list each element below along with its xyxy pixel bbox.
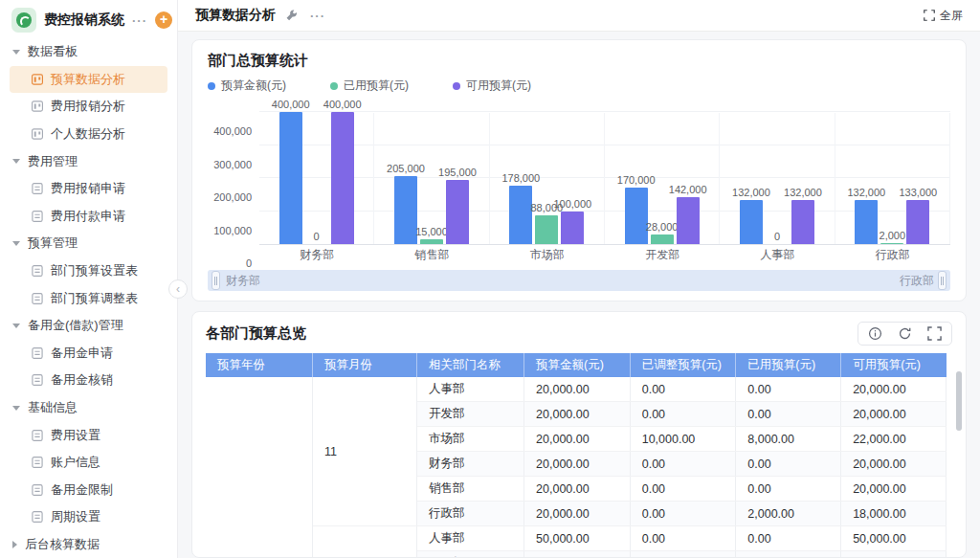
bar-可用预算(元)-销售部[interactable]: 195,000 (446, 180, 469, 244)
sidebar-item-6[interactable]: 费用付款申请 (10, 203, 167, 231)
bar-group-人事部: 132,0000132,000 (720, 113, 835, 244)
sidebar-section-0[interactable]: 数据看板 (0, 38, 177, 66)
bar-预算金额(元)-人事部[interactable]: 132,000 (740, 200, 763, 244)
sidebar-item-14[interactable]: 费用设置 (10, 421, 167, 449)
content: 部门总预算统计 预算金额(元)已用预算(元)可用预算(元) 0100,00020… (178, 32, 980, 558)
chevron-down-icon (12, 324, 20, 328)
year-cell: 2023 (206, 377, 312, 558)
fullscreen-button[interactable]: 全屏 (924, 8, 963, 24)
sidebar-item-17[interactable]: 周期设置 (10, 503, 167, 531)
bar-可用预算(元)-财务部[interactable]: 400,000 (331, 112, 354, 244)
page-title: 预算数据分析 (195, 7, 276, 24)
table-vertical-scrollbar[interactable] (956, 371, 962, 431)
x-axis-tick-label: 人事部 (720, 247, 835, 263)
bar-value-label: 132,000 (732, 187, 770, 198)
section-label: 预算管理 (28, 234, 78, 252)
sidebar-item-label: 费用报销申请 (51, 180, 125, 197)
sidebar-item-11[interactable]: 备用金申请 (10, 340, 167, 368)
bar-value-label: 0 (774, 231, 780, 242)
bar-可用预算(元)-市场部[interactable]: 100,000 (561, 212, 584, 245)
table-panel-header: 各部门预算总览 (206, 322, 952, 346)
department-cell: 财务部 (416, 452, 523, 477)
bar-value-label: 132,000 (784, 187, 822, 198)
value-cell: 10,000.00 (630, 427, 736, 452)
sidebar-item-1[interactable]: 预算数据分析 (10, 66, 167, 94)
sidebar-section-10[interactable]: 备用金(借款)管理 (0, 312, 177, 340)
value-cell: 0.00 (630, 452, 736, 477)
slider-right-handle[interactable] (938, 271, 947, 290)
bar-已用预算(元)-行政部[interactable]: 2,000 (880, 243, 903, 244)
bar-预算金额(元)-财务部[interactable]: 400,000 (279, 112, 302, 244)
table-title: 各部门预算总览 (206, 324, 306, 343)
value-cell: 20,000.00 (524, 477, 631, 502)
refresh-icon[interactable] (898, 326, 912, 341)
bar-预算金额(元)-销售部[interactable]: 205,000 (394, 176, 417, 244)
sidebar-item-5[interactable]: 费用报销申请 (10, 175, 167, 203)
department-cell: 人事部 (416, 526, 523, 551)
bar-value-label: 2,000 (880, 230, 906, 241)
bar-预算金额(元)-行政部[interactable]: 132,000 (855, 200, 878, 244)
bar-可用预算(元)-行政部[interactable]: 133,000 (906, 200, 929, 244)
sidebar-more-icon[interactable]: ··· (132, 13, 147, 28)
column-header-4: 已调整预算(元) (630, 353, 736, 377)
form-icon (31, 210, 44, 223)
chart-datazoom-slider[interactable]: 财务部 行政部 (208, 270, 950, 291)
sidebar-item-16[interactable]: 备用金限制 (10, 477, 167, 504)
legend-item-0[interactable]: 预算金额(元) (208, 78, 286, 94)
sidebar-collapse-button[interactable]: ‹ (168, 279, 188, 299)
form-icon (31, 264, 44, 278)
column-header-6: 可用预算(元) (841, 353, 947, 377)
sidebar-item-label: 费用设置 (51, 427, 100, 444)
info-icon[interactable] (868, 326, 882, 341)
legend-label: 已用预算(元) (344, 78, 409, 94)
kanban-icon (31, 127, 44, 141)
value-cell: 0.00 (736, 377, 841, 402)
sidebar-section-18[interactable]: 后台核算数据 (0, 531, 177, 558)
sidebar-section-4[interactable]: 费用管理 (0, 147, 177, 175)
x-axis-tick-label: 财务部 (259, 247, 374, 263)
bar-value-label: 133,000 (899, 187, 937, 198)
legend-label: 预算金额(元) (221, 78, 286, 94)
chevron-down-icon (12, 50, 20, 55)
legend-dot-icon (453, 82, 460, 90)
chart-panel: 部门总预算统计 预算金额(元)已用预算(元)可用预算(元) 0100,00020… (191, 39, 967, 301)
department-cell: 市场部 (416, 427, 523, 452)
sidebar-item-label: 备用金核销 (51, 371, 113, 389)
wrench-icon[interactable] (285, 9, 299, 22)
sidebar-section-13[interactable]: 基础信息 (0, 394, 177, 422)
bar-value-label: 205,000 (387, 163, 425, 174)
bar-已用预算(元)-开发部[interactable]: 28,000 (651, 234, 674, 244)
table-fullscreen-icon[interactable] (927, 326, 942, 341)
sidebar-item-3[interactable]: 个人数据分析 (10, 121, 167, 148)
sidebar-item-9[interactable]: 部门预算调整表 (10, 284, 167, 312)
bar-group-行政部: 132,0002,000133,000 (835, 113, 950, 244)
add-button[interactable]: + (155, 11, 172, 29)
legend-label: 可用预算(元) (466, 78, 531, 94)
bar-可用预算(元)-人事部[interactable]: 132,000 (791, 200, 814, 244)
slider-left-handle[interactable] (212, 271, 220, 290)
bar-已用预算(元)-市场部[interactable]: 88,000 (535, 215, 558, 244)
sidebar-item-15[interactable]: 账户信息 (10, 449, 167, 477)
bar-可用预算(元)-开发部[interactable]: 142,000 (677, 197, 700, 244)
topbar: 预算数据分析 ··· 全屏 (178, 0, 980, 32)
bar-预算金额(元)-开发部[interactable]: 170,000 (625, 188, 648, 244)
bar-value-label: 400,000 (272, 99, 310, 110)
page-more-icon[interactable]: ··· (310, 9, 325, 23)
legend-item-2[interactable]: 可用预算(元) (453, 78, 531, 94)
bar-预算金额(元)-市场部[interactable]: 178,000 (509, 186, 532, 244)
chart-plot-column: 400,0000400,000205,00015,000195,000178,0… (259, 113, 950, 264)
bar-group-开发部: 170,00028,000142,000 (605, 113, 720, 244)
bar-已用预算(元)-销售部[interactable]: 15,000 (420, 239, 443, 244)
value-cell: 20,000.00 (524, 502, 631, 526)
section-label: 基础信息 (28, 399, 78, 416)
sidebar-item-8[interactable]: 部门预算设置表 (10, 257, 167, 285)
chart-plot: 400,0000400,000205,00015,000195,000178,0… (259, 113, 950, 245)
y-axis-tick-label: 300,000 (213, 159, 252, 170)
sidebar-item-12[interactable]: 备用金核销 (10, 367, 167, 394)
app-logo-icon (11, 8, 36, 33)
sidebar-item-label: 部门预算调整表 (51, 290, 138, 307)
bar-value-label: 142,000 (669, 184, 707, 195)
sidebar-item-2[interactable]: 费用报销分析 (10, 93, 167, 121)
legend-item-1[interactable]: 已用预算(元) (330, 78, 409, 94)
sidebar-section-7[interactable]: 预算管理 (0, 230, 177, 257)
